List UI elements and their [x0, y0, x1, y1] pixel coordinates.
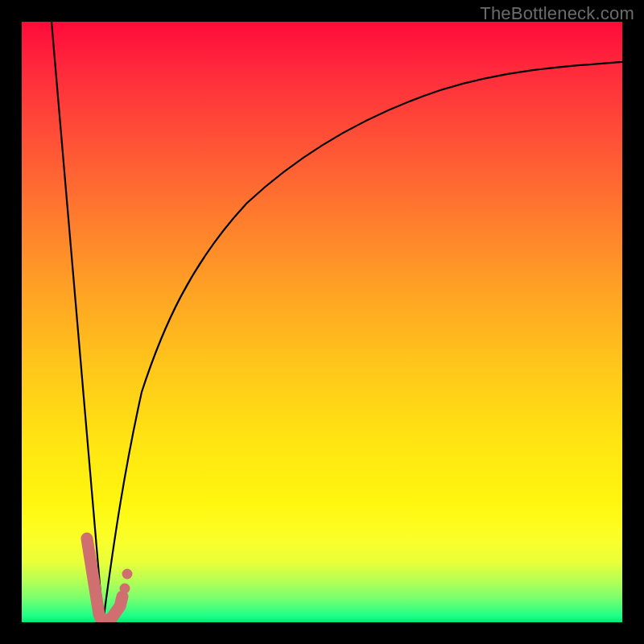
chart-frame: TheBottleneck.com: [0, 0, 644, 644]
plot-area: [22, 22, 622, 622]
left-line: [52, 22, 103, 622]
chart-svg: [22, 22, 622, 622]
salmon-dot-2: [122, 569, 133, 580]
log-curve: [103, 62, 622, 622]
salmon-dot-1: [120, 584, 130, 594]
